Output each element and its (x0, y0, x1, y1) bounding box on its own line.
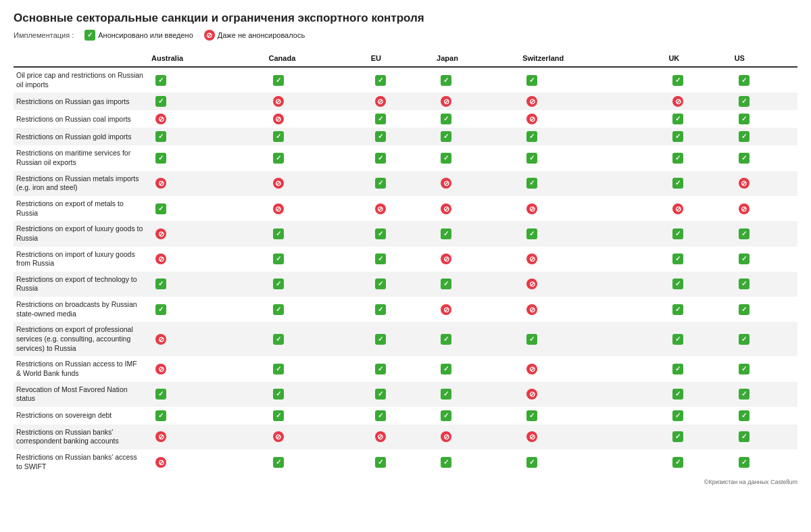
cell-1-0: ✓ (149, 93, 266, 110)
cross-icon: ⊘ (273, 203, 284, 214)
check-icon: ✓ (273, 304, 284, 315)
row-label-15: Restrictions on Russian banks' correspon… (14, 425, 149, 450)
check-icon: ✓ (155, 410, 166, 421)
cell-4-6: ✓ (732, 145, 797, 170)
check-icon: ✓ (441, 75, 451, 86)
cross-icon: ⊘ (273, 178, 284, 189)
check-icon: ✓ (273, 334, 284, 345)
check-icon: ✓ (155, 203, 166, 214)
cell-11-0: ⊘ (149, 322, 266, 356)
cell-9-2: ✓ (368, 272, 434, 297)
col-header-australia: Australia (149, 50, 266, 67)
cell-2-4: ⊘ (520, 110, 666, 128)
row-label-9: Restrictions on export of technology to … (14, 272, 149, 297)
check-icon: ✓ (739, 364, 749, 374)
table-row: Restrictions on Russian coal imports⊘⊘✓✓… (14, 110, 797, 128)
legend: Имплементация : ✓ Анонсировано или введе… (14, 30, 797, 41)
cell-3-5: ✓ (666, 128, 731, 145)
cell-3-2: ✓ (368, 128, 434, 145)
cell-12-0: ⊘ (149, 356, 266, 381)
check-icon: ✓ (526, 75, 537, 86)
cell-10-5: ✓ (666, 297, 731, 322)
check-icon: ✓ (672, 431, 683, 442)
check-icon: ✓ (739, 75, 749, 86)
legend-check-label: Анонсировано или введено (98, 31, 193, 39)
cross-icon: ⊘ (672, 96, 683, 107)
cell-9-0: ✓ (149, 272, 266, 297)
check-icon: ✓ (672, 253, 683, 264)
check-icon: ✓ (441, 334, 451, 345)
cell-0-3: ✓ (434, 67, 520, 93)
check-icon: ✓ (441, 153, 451, 164)
check-icon: ✓ (672, 457, 683, 468)
check-icon: ✓ (739, 253, 749, 264)
cross-icon: ⊘ (155, 334, 166, 345)
check-icon: ✓ (441, 131, 451, 142)
cell-16-3: ✓ (434, 450, 520, 475)
cell-7-6: ✓ (732, 221, 797, 246)
cross-icon: ⊘ (155, 228, 166, 239)
legend-cross-label: Даже не анонсировалось (218, 31, 305, 39)
cell-14-3: ✓ (434, 407, 520, 425)
cross-icon: ⊘ (526, 431, 537, 442)
cell-9-1: ✓ (266, 272, 368, 297)
check-icon: ✓ (739, 279, 749, 289)
cell-13-5: ✓ (666, 382, 731, 407)
cell-9-5: ✓ (666, 272, 731, 297)
cell-0-6: ✓ (732, 67, 797, 93)
cell-12-2: ✓ (368, 356, 434, 381)
col-header-japan: Japan (434, 50, 520, 67)
table-row: Oil price cap and restrictions on Russia… (14, 67, 797, 93)
cross-icon: ⊘ (273, 431, 284, 442)
check-icon: ✓ (273, 457, 284, 468)
cell-4-0: ✓ (149, 145, 266, 170)
table-row: Restrictions on broadcasts by Russian st… (14, 297, 797, 322)
cell-2-2: ✓ (368, 110, 434, 128)
table-row: Restrictions on maritime services for Ru… (14, 145, 797, 170)
check-icon: ✓ (155, 153, 166, 164)
row-label-4: Restrictions on maritime services for Ru… (14, 145, 149, 170)
row-label-13: Revocation of Most Favored Nation status (14, 382, 149, 407)
col-header-us: US (732, 50, 797, 67)
cell-8-1: ✓ (266, 247, 368, 272)
cell-4-2: ✓ (368, 145, 434, 170)
check-icon: ✓ (273, 131, 284, 142)
cell-15-6: ✓ (732, 425, 797, 450)
col-header-canada: Canada (266, 50, 368, 67)
cross-icon: ⊘ (155, 114, 166, 124)
table-row: Restrictions on Russian banks' correspon… (14, 425, 797, 450)
check-icon: ✓ (155, 75, 166, 86)
check-icon: ✓ (375, 457, 386, 468)
cell-9-4: ⊘ (520, 272, 666, 297)
cell-15-3: ⊘ (434, 425, 520, 450)
cross-icon: ⊘ (375, 203, 386, 214)
row-label-8: Restrictions on import of luxury goods f… (14, 247, 149, 272)
cross-icon: ⊘ (155, 178, 166, 189)
row-label-11: Restrictions on export of professional s… (14, 322, 149, 356)
table-row: Restrictions on export of professional s… (14, 322, 797, 356)
cell-2-0: ⊘ (149, 110, 266, 128)
table-row: Revocation of Most Favored Nation status… (14, 382, 797, 407)
cross-icon: ⊘ (441, 96, 451, 107)
cell-14-2: ✓ (368, 407, 434, 425)
check-icon: ✓ (526, 334, 537, 345)
cell-11-5: ✓ (666, 322, 731, 356)
check-icon: ✓ (526, 228, 537, 239)
check-icon: ✓ (375, 153, 386, 164)
cross-icon: ⊘ (441, 304, 451, 315)
check-icon: ✓ (672, 279, 683, 289)
cell-0-2: ✓ (368, 67, 434, 93)
cell-8-4: ⊘ (520, 247, 666, 272)
check-icon: ✓ (273, 228, 284, 239)
cell-10-6: ✓ (732, 297, 797, 322)
cell-13-4: ⊘ (520, 382, 666, 407)
cell-2-3: ✓ (434, 110, 520, 128)
cell-13-6: ✓ (732, 382, 797, 407)
table-row: Restrictions on export of luxury goods t… (14, 221, 797, 246)
check-icon: ✓ (672, 75, 683, 86)
cell-16-4: ✓ (520, 450, 666, 475)
check-icon: ✓ (672, 364, 683, 374)
cell-3-6: ✓ (732, 128, 797, 145)
check-icon: ✓ (273, 389, 284, 400)
cell-14-6: ✓ (732, 407, 797, 425)
